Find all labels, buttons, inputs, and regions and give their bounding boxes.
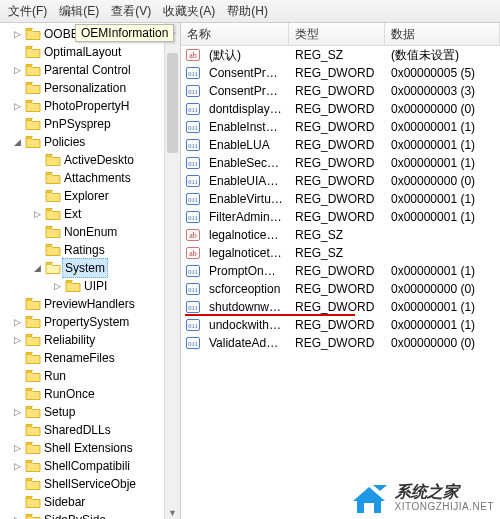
list-row[interactable]: 011 ValidateAdmin...REG_DWORD0x00000000 … [181, 334, 500, 352]
tree-twisty-icon[interactable]: ▷ [12, 65, 23, 76]
list-row[interactable]: 011 dontdisplaylas...REG_DWORD0x00000000… [181, 100, 500, 118]
tree-twisty-icon[interactable] [32, 191, 43, 202]
folder-icon [25, 135, 41, 149]
tree-twisty-icon[interactable] [32, 245, 43, 256]
tree-node[interactable]: ▷ Shell Extensions [0, 439, 180, 457]
registry-tree[interactable]: OEMInformation ▲ ▼ ▷ OOBE OptimalLayout▷… [0, 23, 181, 519]
menu-item[interactable]: 帮助(H) [221, 1, 274, 22]
list-row[interactable]: 011 PromptOnSecu...REG_DWORD0x00000001 (… [181, 262, 500, 280]
tree-node[interactable]: Attachments [0, 169, 180, 187]
tree-twisty-icon[interactable]: ▷ [32, 209, 43, 220]
tree-node-label: Run [44, 367, 66, 385]
tree-node-label: PropertySystem [44, 313, 129, 331]
tree-node[interactable]: ◢ Policies [0, 133, 180, 151]
list-row[interactable]: 011 EnableUIADes...REG_DWORD0x00000000 (… [181, 172, 500, 190]
tree-node[interactable]: ▷ PhotoPropertyH [0, 97, 180, 115]
tree-twisty-icon[interactable] [12, 497, 23, 508]
tree-twisty-icon[interactable]: ▷ [52, 281, 63, 292]
tree-node[interactable]: Explorer [0, 187, 180, 205]
tree-node[interactable]: SharedDLLs [0, 421, 180, 439]
list-row[interactable]: ab (默认)REG_SZ(数值未设置) [181, 46, 500, 64]
tree-twisty-icon[interactable] [12, 389, 23, 400]
reg-dword-icon: 011 [185, 173, 201, 189]
tree-twisty-icon[interactable] [32, 173, 43, 184]
tree-node[interactable]: ▷ PropertySystem [0, 313, 180, 331]
tree-twisty-icon[interactable] [12, 83, 23, 94]
tree-scrollbar[interactable]: ▲ ▼ [164, 23, 180, 519]
list-row[interactable]: 011 EnableSecureU...REG_DWORD0x00000001 … [181, 154, 500, 172]
reg-dword-icon: 011 [185, 155, 201, 171]
tree-twisty-icon[interactable]: ▷ [12, 443, 23, 454]
tree-twisty-icon[interactable]: ▷ [12, 101, 23, 112]
tree-node[interactable]: ▷ UIPI [0, 277, 180, 295]
tree-twisty-icon[interactable] [12, 353, 23, 364]
folder-icon [25, 315, 41, 329]
tree-node[interactable]: OptimalLayout [0, 43, 180, 61]
list-row[interactable]: ab legalnoticetextREG_SZ [181, 244, 500, 262]
tree-node[interactable]: ActiveDeskto [0, 151, 180, 169]
col-header-type[interactable]: 类型 [289, 23, 385, 45]
tree-node[interactable]: PnPSysprep [0, 115, 180, 133]
tree-twisty-icon[interactable]: ▷ [12, 317, 23, 328]
list-row[interactable]: 011 undockwithout...REG_DWORD0x00000001 … [181, 316, 500, 334]
list-row[interactable]: 011 FilterAdminist...REG_DWORD0x00000001… [181, 208, 500, 226]
tree-twisty-icon[interactable]: ◢ [32, 263, 43, 274]
tree-node[interactable]: Ratings [0, 241, 180, 259]
svg-text:011: 011 [188, 214, 198, 221]
tree-node[interactable]: Personalization [0, 79, 180, 97]
cell-name: PromptOnSecu... [203, 264, 289, 278]
list-row[interactable]: 011 EnableVirtualiz...REG_DWORD0x0000000… [181, 190, 500, 208]
svg-text:011: 011 [188, 124, 198, 131]
tree-twisty-icon[interactable]: ◢ [12, 137, 23, 148]
cell-name: shutdownwitho... [203, 300, 289, 314]
tree-node-label: Ratings [64, 241, 105, 259]
tree-node[interactable]: ◢ System [0, 259, 180, 277]
folder-icon [45, 153, 61, 167]
list-row[interactable]: 011 ConsentPromp...REG_DWORD0x00000003 (… [181, 82, 500, 100]
folder-icon [45, 225, 61, 239]
svg-text:011: 011 [188, 160, 198, 167]
tree-twisty-icon[interactable]: ▷ [12, 515, 23, 520]
tree-node[interactable]: RunOnce [0, 385, 180, 403]
menu-item[interactable]: 查看(V) [105, 1, 157, 22]
cell-name: EnableVirtualiz... [203, 192, 289, 206]
tree-node[interactable]: ▷ ShellCompatibili [0, 457, 180, 475]
tree-node[interactable]: ShellServiceObje [0, 475, 180, 493]
scroll-down-arrow[interactable]: ▼ [165, 505, 180, 519]
tree-twisty-icon[interactable] [12, 299, 23, 310]
tree-twisty-icon[interactable] [32, 155, 43, 166]
tree-twisty-icon[interactable] [12, 425, 23, 436]
tree-node[interactable]: ▷ SideBySide [0, 511, 180, 519]
list-row[interactable]: 011 EnableInstaller...REG_DWORD0x0000000… [181, 118, 500, 136]
scroll-thumb[interactable] [167, 53, 178, 153]
tree-twisty-icon[interactable] [32, 227, 43, 238]
tree-twisty-icon[interactable] [12, 371, 23, 382]
tree-node[interactable]: ▷ Parental Control [0, 61, 180, 79]
menu-item[interactable]: 文件(F) [2, 1, 53, 22]
list-row[interactable]: 011 ConsentPromp...REG_DWORD0x00000005 (… [181, 64, 500, 82]
tree-twisty-icon[interactable] [12, 47, 23, 58]
tree-node[interactable]: ▷ Setup [0, 403, 180, 421]
col-header-name[interactable]: 名称 [181, 23, 289, 45]
tree-node[interactable]: NonEnum [0, 223, 180, 241]
tree-node[interactable]: PreviewHandlers [0, 295, 180, 313]
tree-twisty-icon[interactable] [12, 119, 23, 130]
menu-item[interactable]: 编辑(E) [53, 1, 105, 22]
tree-node-label: ShellServiceObje [44, 475, 136, 493]
tree-node[interactable]: ▷ Ext [0, 205, 180, 223]
col-header-data[interactable]: 数据 [385, 23, 500, 45]
tree-node[interactable]: Sidebar [0, 493, 180, 511]
list-row[interactable]: 011 EnableLUAREG_DWORD0x00000001 (1) [181, 136, 500, 154]
tree-node[interactable]: ▷ Reliability [0, 331, 180, 349]
menu-item[interactable]: 收藏夹(A) [157, 1, 221, 22]
folder-icon [25, 405, 41, 419]
list-row[interactable]: 011 scforceoptionREG_DWORD0x00000000 (0) [181, 280, 500, 298]
tree-twisty-icon[interactable]: ▷ [12, 335, 23, 346]
tree-twisty-icon[interactable]: ▷ [12, 461, 23, 472]
tree-twisty-icon[interactable]: ▷ [12, 407, 23, 418]
tree-node[interactable]: Run [0, 367, 180, 385]
tree-twisty-icon[interactable]: ▷ [12, 29, 23, 40]
list-row[interactable]: ab legalnoticecap...REG_SZ [181, 226, 500, 244]
tree-node[interactable]: RenameFiles [0, 349, 180, 367]
tree-twisty-icon[interactable] [12, 479, 23, 490]
